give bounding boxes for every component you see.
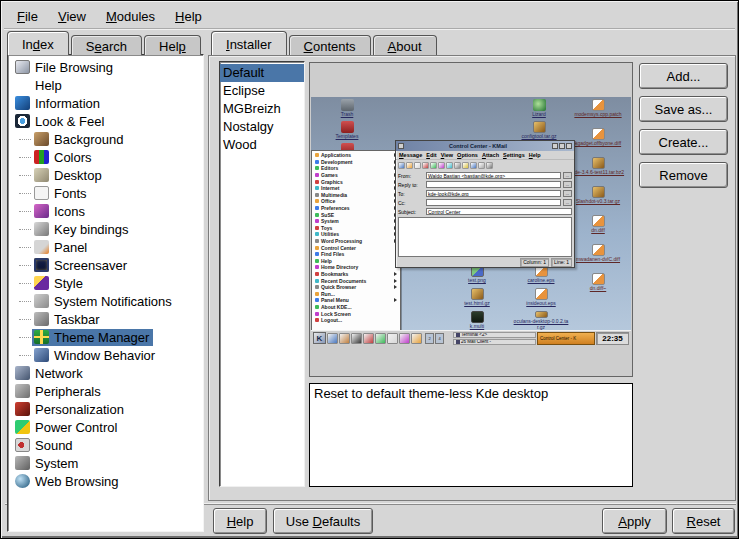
composer-field-to: To:kde-look@kde.org... (396, 189, 574, 198)
left-tab-search[interactable]: Search (71, 35, 142, 55)
tree-item-label: Icons (54, 204, 85, 219)
tree-item-look-feel[interactable]: Look & Feel (10, 112, 203, 130)
kmenu-item-logout: Logout... (312, 317, 400, 324)
tree-item-content: Icons (32, 203, 89, 220)
tree-item-web-browsing[interactable]: Web Browsing (10, 472, 203, 490)
tree-connector (19, 337, 31, 338)
apply-button[interactable]: Apply (602, 508, 667, 534)
tree-item-style[interactable]: Style (10, 274, 203, 292)
category-tree: File BrowsingHelpInformationLook & FeelB… (7, 54, 204, 532)
colors-icon (34, 150, 49, 164)
tree-item-desktop[interactable]: Desktop (10, 166, 203, 184)
help-icon (15, 78, 30, 92)
kmenu-item-system: System (312, 218, 400, 225)
menu-item-icon (315, 180, 319, 184)
desktop-icon-label: Lizard (532, 111, 546, 117)
tree-item-content: Background (32, 131, 127, 148)
theme-item-mgbreizh[interactable]: MGBreizh (220, 100, 304, 118)
key-bindings-icon (34, 222, 49, 236)
tree-connector (19, 355, 31, 356)
panel-app-icon (363, 333, 374, 344)
left-tabbar: IndexSearchHelp (7, 31, 203, 55)
preview-composer-statusbar: Column: 1Line: 1 (396, 258, 574, 267)
right-tab-installer[interactable]: Installer (211, 31, 287, 55)
file-icon (592, 99, 605, 111)
tree-item-window-behavior[interactable]: Window Behavior (10, 346, 203, 364)
composer-menu-attach: Attach (482, 152, 499, 158)
preview-composer-menubar: MessageEditViewOptionsAttachSettingsHelp (396, 151, 574, 160)
tree-item-sound[interactable]: Sound (10, 436, 203, 454)
menu-item-icon (315, 292, 319, 296)
right-tab-contents[interactable]: Contents (289, 35, 371, 55)
theme-item-default[interactable]: Default (220, 64, 304, 82)
tree-item-colors[interactable]: Colors (10, 148, 203, 166)
kmenu-item-help: Help (312, 258, 400, 265)
tree-item-fonts[interactable]: Fonts (10, 184, 203, 202)
menu-help[interactable]: Help (166, 6, 211, 27)
right-tab-about[interactable]: About (373, 35, 437, 55)
kmenu-item-label: Utilities (321, 231, 339, 237)
left-tab-help[interactable]: Help (144, 35, 201, 55)
tree-item-theme-manager[interactable]: Theme Manager (10, 328, 203, 346)
tree-item-system[interactable]: System (10, 454, 203, 472)
tree-item-screensaver[interactable]: Screensaver (10, 256, 203, 274)
kmenu-item-label: Panel Menu (321, 297, 349, 303)
tree-item-label: Sound (35, 438, 73, 453)
use-defaults-button[interactable]: Use Defaults (273, 508, 373, 534)
task-icon (456, 333, 460, 337)
tree-item-taskbar[interactable]: Taskbar (10, 310, 203, 328)
menu-modules[interactable]: Modules (97, 6, 164, 27)
tree-item-content: Power Control (13, 419, 121, 436)
tree-item-network[interactable]: Network (10, 364, 203, 382)
ellipsis-button: ... (563, 181, 572, 188)
tree-item-icons[interactable]: Icons (10, 202, 203, 220)
desktop-icon-label: Templates (336, 133, 359, 139)
window-behavior-icon (34, 348, 49, 362)
tree-item-content: Peripherals (13, 383, 105, 400)
kmenu-item-run: Run... (312, 290, 400, 297)
kmenu-item-multimedia: Multimedia (312, 192, 400, 199)
reset-button[interactable]: Reset (672, 508, 735, 534)
theme-item-eclipse[interactable]: Eclipse (220, 82, 304, 100)
theme-description: Reset to default theme-less Kde desktop (309, 383, 633, 487)
save-as-button[interactable]: Save as... (639, 96, 728, 122)
kde-control-center-window: FileViewModulesHelp IndexSearchHelp File… (0, 0, 739, 539)
add-button[interactable]: Add... (639, 63, 728, 89)
create-button[interactable]: Create... (639, 129, 728, 155)
tree-item-file-browsing[interactable]: File Browsing (10, 58, 203, 76)
menu-file[interactable]: File (8, 6, 47, 27)
tree-item-peripherals[interactable]: Peripherals (10, 382, 203, 400)
tree-connector (19, 229, 31, 230)
tree-item-label: Panel (54, 240, 87, 255)
tree-item-help[interactable]: Help (10, 76, 203, 94)
left-tab-index[interactable]: Index (7, 31, 69, 55)
tree-item-personalization[interactable]: Personalization (10, 400, 203, 418)
menu-view[interactable]: View (49, 6, 95, 27)
toolbar-icon (470, 162, 477, 169)
toolbar-icon (398, 162, 405, 169)
tree-item-information[interactable]: Information (10, 94, 203, 112)
sound-icon (15, 438, 30, 452)
theme-item-nostalgy[interactable]: Nostalgy (220, 118, 304, 136)
tree-item-key-bindings[interactable]: Key bindings (10, 220, 203, 238)
help-button[interactable]: Help (213, 508, 267, 534)
file-icon (535, 288, 548, 300)
taskbar-task: 26 Mail Client - (453, 339, 536, 345)
tree-item-panel[interactable]: Panel (10, 238, 203, 256)
composer-menu-options: Options (457, 152, 478, 158)
power-control-icon (15, 420, 30, 434)
tree-item-background[interactable]: Background (10, 130, 203, 148)
menu-item-icon (315, 252, 319, 256)
desktop-icon-label: oculans-desktop-0.0.2.tar.gz (513, 318, 569, 330)
theme-item-wood[interactable]: Wood (220, 136, 304, 154)
kmenu-item-applications: Applications (312, 152, 400, 159)
preview-desktop-icons-top-right: Lizardconfigtool.tar.gz (511, 99, 567, 143)
desktop-icon-label: modemsys.cpp.patch (574, 111, 621, 117)
tree-item-system-notifications[interactable]: System Notifications (10, 292, 203, 310)
remove-button[interactable]: Remove (639, 162, 728, 188)
preview-maximize-icon (559, 143, 565, 149)
submenu-arrow-icon (394, 272, 397, 276)
desktop-icon-label: configtool.tar.gz (521, 133, 556, 139)
tree-item-power-control[interactable]: Power Control (10, 418, 203, 436)
preview-k-menu-button: K (313, 332, 326, 344)
